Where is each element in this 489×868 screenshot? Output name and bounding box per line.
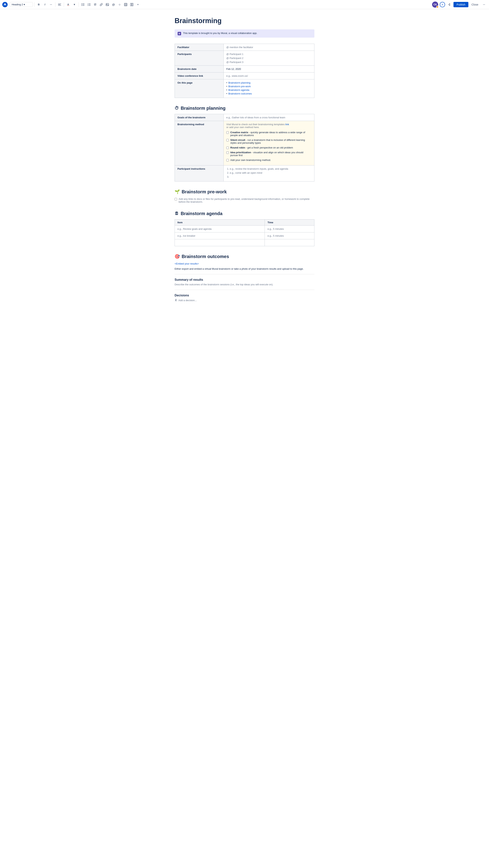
method-item-3: Round robin - get a fresh perspective on… (226, 146, 312, 149)
agenda-link[interactable]: Brainstorm agenda (228, 89, 249, 91)
video-value[interactable]: e.g., www.zoom.us/ (224, 72, 314, 80)
method-item-5: Add your own brainstorming method. (226, 159, 312, 161)
link-button[interactable] (98, 2, 104, 7)
prework-item: Add any links to docs or files for parti… (175, 197, 314, 203)
table-row: Facilitator @ mention the facilitator (175, 44, 314, 51)
agenda-item-3[interactable] (175, 239, 265, 246)
table-button[interactable] (123, 2, 128, 7)
date-value[interactable]: Feb 12, 2020 (224, 66, 314, 72)
planning-emoji: ⏱ (175, 106, 179, 111)
on-this-page-label: On this page (175, 80, 224, 98)
agenda-time-1[interactable]: e.g., 5 minutes (265, 225, 314, 232)
planning-heading: ⏱ Brainstorm planning (175, 105, 314, 111)
method-checkbox-1[interactable] (226, 131, 229, 134)
avatar-button[interactable]: CK (432, 2, 438, 8)
agenda-header-row: Item Time (175, 219, 314, 225)
color-chevron-button[interactable]: ▾ (71, 2, 77, 7)
add-decision-row[interactable]: 🎗 Add a decision... (175, 299, 314, 302)
method-checkbox-2[interactable] (226, 139, 229, 142)
instruction-1[interactable]: e.g., review the brainstorm inputs, goal… (230, 167, 312, 170)
method-label: Brainstorming method (175, 121, 224, 165)
participants-label: Participants (175, 51, 224, 66)
meta-table: Facilitator @ mention the facilitator Pa… (175, 44, 314, 98)
table-row: Participants @ Participant 1 @ Participa… (175, 51, 314, 66)
outcomes-link[interactable]: Brainstorm outcomes (228, 92, 252, 95)
prework-link[interactable]: Brainstorm pre-work (228, 85, 251, 88)
outcomes-heading: 🎯 Brainstorm outcomes (175, 254, 314, 259)
method-item-2: Silent circuit - run a brainstorm that i… (226, 138, 312, 144)
numbered-list-button[interactable]: 123 (86, 2, 92, 7)
bullet-list-button[interactable] (80, 2, 86, 7)
agenda-time-3[interactable] (265, 239, 314, 246)
table-row: Brainstorm date Feb 12, 2020 (175, 66, 314, 72)
agenda-time-2[interactable]: e.g., 5 minutes (265, 232, 314, 239)
summary-desc: Describe the outcomes of the brainstorm … (175, 283, 314, 286)
svg-point-6 (81, 5, 82, 6)
instruction-3[interactable] (230, 176, 312, 178)
embed-link[interactable]: <Embed your results> (175, 262, 314, 265)
close-button[interactable]: Close (470, 2, 480, 7)
table-row: Brainstorming method Visit Mural to chec… (175, 121, 314, 165)
method-item-1: Creative matrix - quickly generate ideas… (226, 131, 312, 137)
table-row: On this page Brainstorm planning Brainst… (175, 80, 314, 98)
more-options-button[interactable]: ··· (481, 2, 487, 7)
mural-icon: M (178, 32, 181, 35)
agenda-section: 🗓 Brainstorm agenda Item Time e.g., Revi… (175, 211, 314, 246)
prework-checkbox[interactable] (175, 198, 177, 200)
add-collaborator-button[interactable]: + (440, 2, 445, 7)
info-box: M This template is brought to you by Mur… (175, 29, 314, 38)
share-button[interactable] (447, 2, 452, 7)
facilitator-value[interactable]: @ mention the facilitator (224, 44, 314, 51)
method-checkbox-5[interactable] (226, 159, 229, 161)
agenda-item-2[interactable]: e.g., Ice breaker (175, 232, 265, 239)
more-insert-button[interactable]: + (135, 2, 141, 7)
planning-link[interactable]: Brainstorm planning (228, 81, 251, 84)
toolbar-right: CK + Publish Close ··· (432, 2, 487, 8)
outcomes-description: Either export and embed a virtual Mural … (175, 268, 314, 270)
agenda-item-1[interactable]: e.g., Review goals and agenda (175, 225, 265, 232)
italic-button[interactable]: I (42, 2, 48, 7)
avatar-badge (436, 6, 438, 8)
task-button[interactable]: ☑ (92, 2, 98, 7)
table-row: e.g., Ice breaker e.g., 5 minutes (175, 232, 314, 239)
decision-icon: 🎗 (175, 299, 177, 302)
emoji-button[interactable]: ☺ (117, 2, 122, 7)
goals-label: Goals of the brainstorm (175, 114, 224, 121)
method-intro: Visit Mural to check out their brainstor… (226, 123, 312, 129)
participants-value[interactable]: @ Participant 1 @ Participant 2 @ Partic… (224, 51, 314, 66)
method-checkbox-4[interactable] (226, 151, 229, 154)
prework-heading: 🌱 Brainstorm pre-work (175, 189, 314, 194)
agenda-emoji: 🗓 (175, 211, 179, 216)
heading-selector[interactable]: Heading 2 ▾ (10, 2, 33, 7)
info-box-text: This template is brought to you by Mural… (183, 32, 257, 35)
color-button[interactable]: A (65, 2, 71, 7)
mural-link[interactable]: link (285, 123, 289, 126)
content-area: Brainstorming M This template is brought… (170, 9, 319, 323)
align-button[interactable] (57, 2, 62, 7)
instruction-2[interactable]: e.g., come with an open mind (230, 172, 312, 174)
svg-text:3: 3 (87, 5, 88, 6)
chevron-down-icon: ▾ (24, 3, 25, 6)
image-button[interactable] (105, 2, 110, 7)
table-row: Goals of the brainstorm e.g., Gather lot… (175, 114, 314, 121)
facilitator-label: Facilitator (175, 44, 224, 51)
logo-icon[interactable] (2, 2, 8, 7)
agenda-item-header: Item (175, 219, 265, 225)
planning-table: Goals of the brainstorm e.g., Gather lot… (175, 114, 314, 182)
planning-section: ⏱ Brainstorm planning Goals of the brain… (175, 105, 314, 182)
publish-button[interactable]: Publish (454, 2, 468, 7)
layout-button[interactable] (129, 2, 135, 7)
video-label: Video conference link (175, 72, 224, 80)
method-item-4: Idea prioritization - visualize and alig… (226, 151, 312, 157)
method-checkbox-3[interactable] (226, 147, 229, 149)
goals-value[interactable]: e.g., Gather lots of ideas from a cross … (224, 114, 314, 121)
more-text-button[interactable]: ··· (48, 2, 54, 7)
table-row: Video conference link e.g., www.zoom.us/ (175, 72, 314, 80)
instructions-label: Participant instructions (175, 165, 224, 182)
mention-button[interactable]: @ (111, 2, 116, 7)
bold-button[interactable]: B (36, 2, 41, 7)
summary-title: Summary of results (175, 278, 314, 281)
agenda-table: Item Time e.g., Review goals and agenda … (175, 219, 314, 246)
date-label: Brainstorm date (175, 66, 224, 72)
svg-rect-18 (124, 3, 127, 6)
